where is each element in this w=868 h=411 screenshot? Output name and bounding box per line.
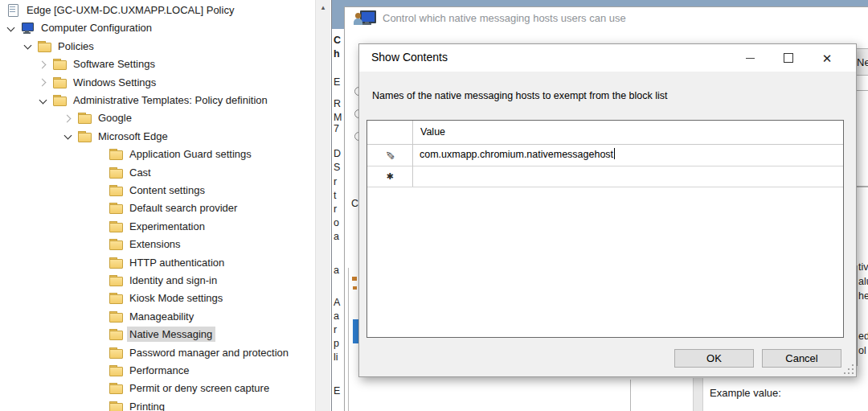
tree-item-label: Permit or deny screen capture: [127, 380, 272, 396]
tree-item-printing[interactable]: Printing: [109, 398, 168, 411]
tree-item-cast[interactable]: Cast: [109, 164, 154, 181]
text-fragment: p: [334, 338, 339, 349]
tree-item-kiosk-mode-settings[interactable]: Kiosk Mode settings: [109, 290, 226, 306]
tree-item-label: HTTP authentication: [127, 255, 227, 270]
folder-icon: [109, 238, 123, 250]
up-arrow-icon[interactable]: ▴: [316, 0, 330, 14]
text-fragment: r: [334, 203, 337, 215]
icon-fragment: [353, 286, 357, 290]
chevron-down-icon[interactable]: [37, 94, 50, 107]
close-icon[interactable]: ✕: [808, 44, 846, 72]
chevron-down-icon[interactable]: [5, 22, 18, 35]
tree-item-default-search-provider[interactable]: Default search provider: [109, 199, 240, 216]
tree-item-google[interactable]: Google: [62, 109, 135, 126]
show-contents-instruction: Names of the native messaging hosts to e…: [372, 90, 668, 101]
tree-item-password-manager-and-protection[interactable]: Password manager and protection: [109, 344, 292, 361]
grid-row-new[interactable]: ✱: [367, 166, 843, 187]
ok-button[interactable]: OK: [674, 349, 754, 368]
show-contents-title: Show Contents: [371, 51, 448, 64]
text-fragment: h: [334, 48, 340, 60]
text-fragment: a: [334, 310, 339, 322]
tree-item-manageability[interactable]: Manageability: [109, 308, 197, 325]
next-setting-button-fragment[interactable]: Ne: [857, 48, 868, 76]
text-fragment: S: [334, 162, 340, 173]
tree-item-label: Windows Settings: [71, 75, 159, 90]
folder-icon: [38, 40, 51, 52]
tree-item-content-settings[interactable]: Content settings: [109, 182, 208, 199]
values-grid[interactable]: Value ✎ com.uxmapp.chromium.nativemessag…: [366, 120, 844, 338]
chevron-right-icon[interactable]: [37, 58, 50, 71]
policy-dialog-titlebar[interactable]: Control which native messaging hosts use…: [345, 7, 868, 30]
chevron-right-icon[interactable]: [62, 112, 75, 125]
tree-item-computer-configuration[interactable]: Computer Configuration: [5, 19, 155, 36]
text-fragment: M: [334, 112, 342, 123]
text-fragment: r: [334, 324, 337, 335]
tree-item-extensions[interactable]: Extensions: [109, 236, 184, 253]
resize-grip[interactable]: [844, 364, 854, 374]
text-fragment: R: [334, 98, 341, 109]
folder-icon: [53, 58, 67, 70]
tree-item-label: Google: [96, 110, 135, 125]
policy-tree: Edge [GC-UXM-DC.UXMAPP.LOCAL] PolicyComp…: [0, 0, 316, 411]
tree-item-application-guard-settings[interactable]: Application Guard settings: [109, 146, 255, 162]
tree-item-label: Kiosk Mode settings: [127, 290, 226, 306]
tree-item-label: Performance: [127, 363, 192, 378]
grid-header-row: Value: [367, 121, 843, 145]
tree-item-label: Content settings: [127, 183, 208, 198]
value-column-header[interactable]: Value: [420, 126, 445, 138]
icon-fragment: [352, 277, 357, 281]
text-fragment: ed: [858, 331, 868, 342]
value-cell-input[interactable]: com.uxmapp.chromium.nativemessagehost: [420, 148, 615, 160]
tree-item-software-settings[interactable]: Software Settings: [37, 55, 158, 72]
tree-item-label: Native Messaging: [127, 327, 215, 342]
text-fragment: tiv: [858, 261, 868, 273]
tree-item-experimentation[interactable]: Experimentation: [109, 218, 208, 235]
chevron-down-icon[interactable]: [62, 129, 75, 142]
options-help-splitter[interactable]: [693, 378, 703, 411]
tree-item-http-authentication[interactable]: HTTP authentication: [109, 254, 227, 271]
tree-item-label: Default search provider: [127, 200, 240, 216]
minimize-icon[interactable]: [731, 44, 769, 72]
text-caret: [614, 148, 615, 159]
chevron-right-icon[interactable]: [37, 76, 50, 88]
tree-item-label: Identity and sign-in: [127, 273, 220, 288]
text-fragment: alu: [858, 276, 868, 287]
options-box-border-fragment: [630, 380, 631, 411]
tree-vertical-scrollbar[interactable]: ▴: [315, 0, 330, 411]
grid-row-1[interactable]: ✎ com.uxmapp.chromium.nativemessagehost: [367, 144, 843, 166]
folder-icon: [53, 94, 67, 106]
folder-icon: [78, 130, 92, 142]
tree-item-native-messaging[interactable]: Native Messaging: [109, 326, 215, 343]
tree-item-label: Administrative Templates: Policy definit…: [71, 92, 271, 108]
policy-tree-pane: Edge [GC-UXM-DC.UXMAPP.LOCAL] PolicyComp…: [0, 0, 332, 411]
tree-item-permit-or-deny-screen-capture[interactable]: Permit or deny screen capture: [109, 380, 272, 397]
tree-item-label: Microsoft Edge: [96, 129, 171, 144]
chevron-down-icon[interactable]: [22, 39, 35, 52]
tree-item-administrative-templates-policy-definition[interactable]: Administrative Templates: Policy definit…: [37, 92, 271, 109]
maximize-icon[interactable]: [769, 44, 808, 72]
text-fragment: C: [351, 198, 358, 209]
help-pane-border-fragment: [857, 265, 858, 366]
tree-item-policies[interactable]: Policies: [22, 38, 97, 55]
tree-item-windows-settings[interactable]: Windows Settings: [37, 74, 159, 91]
text-fragment: o: [334, 217, 339, 228]
text-fragment: ol: [858, 345, 866, 356]
folder-icon: [109, 328, 123, 340]
tree-item-label: Experimentation: [127, 219, 208, 234]
tree-item-microsoft-edge[interactable]: Microsoft Edge: [62, 128, 171, 145]
show-contents-titlebar[interactable]: Show Contents ✕: [359, 44, 856, 72]
example-value-label: Example value:: [710, 387, 781, 399]
show-contents-dialog: Show Contents ✕ Names of the native mess…: [358, 43, 857, 377]
cancel-button[interactable]: Cancel: [762, 349, 841, 368]
tree-item-label: Policies: [55, 39, 97, 54]
tree-item-performance[interactable]: Performance: [109, 362, 192, 379]
folder-icon: [109, 148, 123, 160]
text-fragment: t: [334, 190, 336, 201]
tree-item-identity-and-sign-in[interactable]: Identity and sign-in: [109, 272, 220, 289]
mmc-extended-pane-sliver: ChERM7DSrtroaaAarpliE: [332, 29, 344, 411]
folder-icon: [109, 310, 123, 323]
text-fragment: E: [334, 385, 340, 397]
tree-item-edge-gc-uxm-dc-uxmapp-local-policy[interactable]: Edge [GC-UXM-DC.UXMAPP.LOCAL] Policy: [6, 2, 237, 18]
tree-item-label: Application Guard settings: [127, 146, 255, 162]
text-fragment: li: [334, 351, 338, 363]
